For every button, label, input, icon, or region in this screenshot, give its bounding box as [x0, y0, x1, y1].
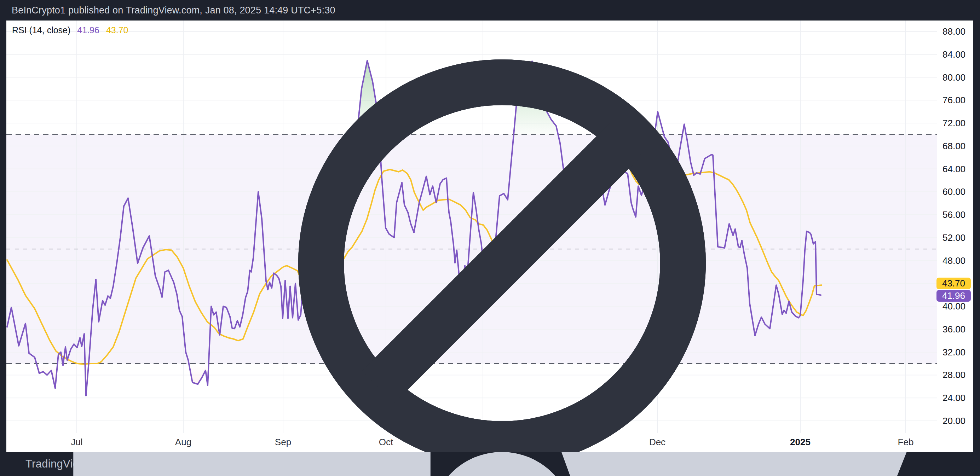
- footer-bar: TradingView: [0, 452, 980, 476]
- legend-icons: [135, 26, 158, 35]
- hidden-slash-icon[interactable]: [149, 26, 158, 35]
- time-scale[interactable]: [6, 433, 937, 452]
- rsi-price-badge: 41.96: [937, 290, 971, 301]
- publication-header: BeInCrypto1 published on TradingView.com…: [0, 0, 980, 21]
- ma-price-badge: 43.70: [937, 278, 971, 289]
- indicator-legend: RSI (14, close) 41.96 43.70: [12, 25, 158, 35]
- published-rsi-chart-page: 88.0084.0080.0076.0072.0068.0064.0060.00…: [0, 0, 980, 476]
- publication-title: BeInCrypto1 published on TradingView.com…: [12, 5, 336, 16]
- price-scale[interactable]: [937, 21, 973, 433]
